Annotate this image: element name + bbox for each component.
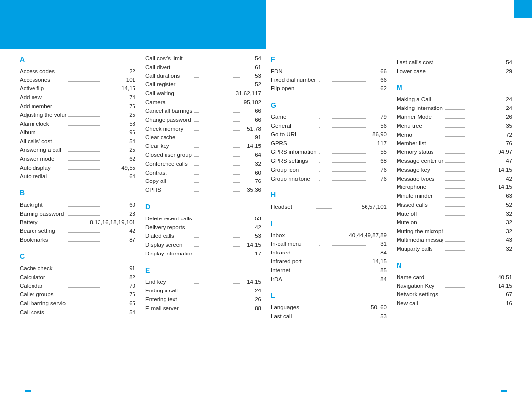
index-entry: Closed user group64 — [145, 151, 261, 160]
entry-page: 14,15 — [367, 257, 387, 266]
index-entry: Infrared port14,15 — [271, 257, 387, 266]
entry-page: 14,15 — [241, 278, 261, 287]
entry-dots — [194, 77, 240, 78]
entry-dots — [194, 121, 240, 122]
entry-page: 84 — [367, 249, 387, 257]
entry-page: 76 — [116, 290, 135, 299]
entry-dots — [445, 296, 492, 296]
entry-name: Display screen — [145, 241, 192, 250]
index-entry: Display screen14,15 — [145, 241, 261, 250]
entry-name: Conference calls — [145, 160, 192, 169]
entry-dots — [194, 237, 240, 238]
entry-dots — [68, 178, 115, 178]
index-entry: Clear cache91 — [145, 133, 261, 142]
entry-page: 76 — [116, 102, 135, 111]
section-letter-C: C — [20, 252, 135, 262]
entry-dots — [68, 279, 115, 279]
entry-dots — [194, 292, 240, 292]
index-content: AAccess codes22Accessories101Active flip… — [15, 54, 517, 379]
entry-dots — [316, 208, 360, 209]
entry-dots — [68, 296, 115, 296]
entry-name: Manner Mode — [397, 113, 443, 122]
entry-page: 32 — [493, 210, 512, 218]
index-entry: Microphone14,15 — [397, 183, 512, 192]
entry-page: 14,15 — [241, 241, 261, 250]
entry-page: 56 — [367, 122, 387, 131]
entry-page: 86,90 — [367, 130, 387, 139]
entry-page: 85 — [367, 266, 387, 275]
entry-dots — [194, 104, 240, 104]
entry-name: Accessories — [20, 76, 66, 85]
entry-dots — [68, 90, 115, 90]
entry-name: Bearer setting — [20, 227, 66, 236]
entry-dots — [68, 169, 115, 170]
entry-dots — [194, 283, 240, 284]
section-letter-M: M — [397, 83, 512, 94]
entry-name: Infrared — [271, 249, 318, 257]
section-letter-F: F — [271, 54, 387, 65]
column-1: Call cost's limit54Call divert61Call dur… — [140, 54, 266, 379]
entry-name: Message types — [397, 175, 443, 183]
entry-name: Answering a call — [20, 146, 66, 155]
section-letter-B: B — [20, 188, 135, 199]
entry-dots — [445, 127, 492, 128]
entry-name: All calls' cost — [20, 137, 66, 146]
entry-name: Delete recent calls — [145, 215, 192, 223]
entry-page: 53 — [367, 312, 387, 321]
entry-dots — [319, 318, 366, 318]
index-entry: Call waiting31,62,117 — [145, 89, 261, 98]
entry-dots — [319, 263, 366, 263]
entry-dots — [445, 233, 492, 233]
index-entry: Active flip14,15 — [20, 84, 135, 93]
index-entry: FDN66 — [271, 67, 387, 76]
entry-name: Network settings — [397, 290, 443, 299]
header-background — [0, 0, 266, 49]
index-entry: GPRS settings68 — [271, 157, 387, 166]
index-entry: Last call53 — [271, 312, 387, 321]
entry-page: 64 — [241, 151, 261, 160]
section-letter-H: H — [271, 190, 387, 201]
entry-page: 55 — [367, 148, 387, 157]
entry-dots — [319, 136, 366, 136]
entry-name: Infrared port — [271, 257, 318, 266]
entry-name: General — [271, 122, 318, 131]
entry-dots — [68, 314, 115, 314]
index-entry: Making international calls24 — [397, 104, 512, 113]
entry-name: New call — [397, 299, 443, 308]
entry-name: Auto display — [20, 164, 66, 173]
entry-name: Inbox — [271, 231, 308, 240]
entry-page: 117 — [367, 139, 387, 148]
entry-page: 84 — [367, 275, 387, 284]
entry-page: 76 — [367, 166, 387, 175]
entry-dots — [445, 188, 492, 189]
index-entry: Menu tree35 — [397, 122, 512, 131]
entry-name: Making a Call — [397, 95, 443, 104]
entry-name: Contrast — [145, 169, 192, 178]
entry-page: 91 — [241, 133, 261, 142]
index-entry: Add new74 — [20, 93, 135, 102]
entry-page: 60 — [116, 201, 135, 210]
index-tab — [514, 0, 532, 18]
entry-page: 50, 60 — [367, 303, 387, 312]
entry-dots — [68, 99, 115, 99]
index-entry: Answering a call25 — [20, 146, 135, 155]
entry-page: 87 — [116, 236, 135, 245]
index-entry: In-call menu31 — [271, 240, 387, 249]
index-entry: New call16 — [397, 299, 512, 308]
entry-dots — [194, 182, 240, 183]
section-letter-N: N — [397, 260, 512, 271]
entry-page: 42 — [493, 175, 512, 183]
entry-page: 76 — [367, 175, 387, 183]
entry-name: E-mail server — [145, 304, 192, 313]
entry-dots — [445, 241, 492, 242]
entry-dots — [68, 81, 115, 82]
entry-name: Add new — [20, 93, 66, 102]
index-entry: Bookmarks87 — [20, 236, 135, 245]
index-entry: Message center url47 — [397, 157, 512, 166]
entry-page: 32 — [241, 160, 261, 169]
entry-dots — [68, 116, 115, 117]
entry-name: Flip open — [271, 84, 318, 93]
entry-page: 52 — [493, 201, 512, 210]
entry-dots — [68, 73, 115, 73]
entry-page: 76 — [493, 139, 512, 148]
